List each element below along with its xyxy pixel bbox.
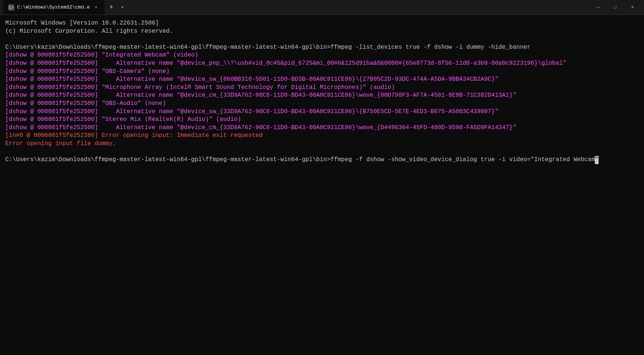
svg-text:C:\: C:\ — [9, 6, 14, 10]
minimize-button[interactable]: ─ — [590, 0, 607, 15]
terminal-content: Microsoft Windows [Version 10.0.22631.25… — [0, 15, 644, 355]
titlebar: C:\ C:\Windows\System32\cmd.e × + ▾ ─ □ … — [0, 0, 644, 15]
new-tab-button[interactable]: + — [105, 1, 117, 13]
window-controls: ─ □ × — [590, 0, 641, 15]
close-button[interactable]: × — [624, 0, 641, 15]
tab-title: C:\Windows\System32\cmd.e — [17, 4, 90, 10]
active-tab[interactable]: C:\ C:\Windows\System32\cmd.e × — [3, 0, 105, 15]
tab-close-button[interactable]: × — [93, 4, 99, 11]
tab-dropdown-button[interactable]: ▾ — [117, 2, 128, 13]
terminal-icon: C:\ — [8, 4, 14, 10]
maximize-button[interactable]: □ — [607, 0, 624, 15]
